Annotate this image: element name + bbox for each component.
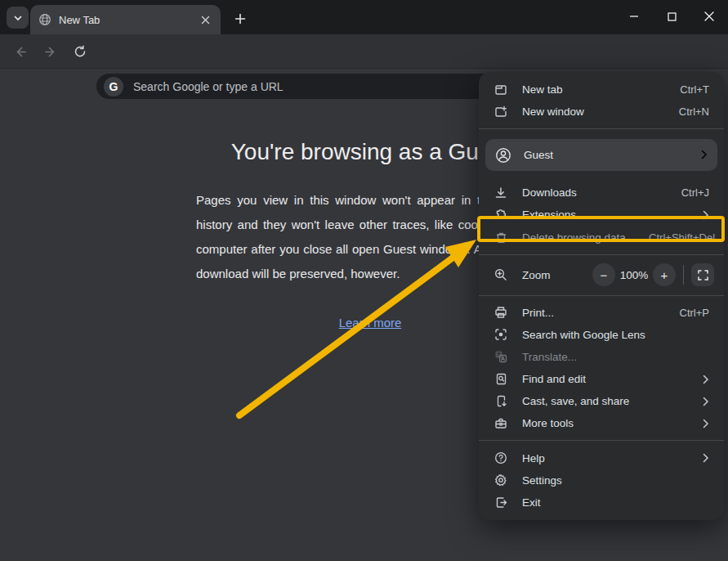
menu-spacer bbox=[479, 175, 724, 182]
chevron-right-icon bbox=[702, 453, 709, 463]
new-tab-icon bbox=[494, 83, 508, 97]
chevron-right-icon bbox=[700, 148, 708, 163]
close-icon bbox=[704, 11, 714, 21]
tab-search-button[interactable] bbox=[7, 7, 29, 29]
chevron-right-icon bbox=[702, 375, 709, 384]
printer-icon bbox=[494, 305, 508, 320]
extensions-puzzle-icon bbox=[494, 208, 508, 222]
find-in-page-icon bbox=[494, 372, 508, 387]
new-tab-button[interactable] bbox=[229, 7, 252, 30]
chevron-down-icon bbox=[13, 13, 23, 23]
browser-menu: New tab Ctrl+T New window Ctrl+N Guest D… bbox=[479, 72, 724, 520]
close-button[interactable] bbox=[690, 0, 728, 33]
menu-item-new-tab[interactable]: New tab Ctrl+T bbox=[479, 79, 724, 101]
google-g-icon: G bbox=[104, 77, 123, 96]
minimize-button[interactable] bbox=[615, 0, 653, 33]
tab-new-tab[interactable]: New Tab bbox=[30, 5, 221, 34]
menu-item-exit[interactable]: Exit bbox=[479, 491, 724, 514]
browser-window: New Tab bbox=[0, 0, 728, 561]
menu-item-help[interactable]: Help bbox=[479, 447, 724, 469]
gear-icon bbox=[494, 473, 508, 487]
reload-button[interactable] bbox=[69, 40, 92, 63]
new-window-icon bbox=[494, 105, 508, 119]
titlebar: New Tab bbox=[0, 0, 728, 34]
help-icon bbox=[494, 451, 508, 465]
plus-icon bbox=[234, 13, 246, 25]
menu-item-more-tools[interactable]: More tools bbox=[479, 412, 724, 434]
menu-item-downloads[interactable]: Downloads Ctrl+J bbox=[479, 182, 724, 204]
menu-item-settings[interactable]: Settings bbox=[479, 469, 724, 491]
exit-icon bbox=[494, 495, 508, 509]
back-icon bbox=[13, 45, 27, 59]
maximize-icon bbox=[668, 12, 677, 21]
menu-item-guest-profile[interactable]: Guest bbox=[485, 139, 717, 171]
chevron-right-icon bbox=[702, 419, 709, 429]
zoom-out-button[interactable]: − bbox=[592, 263, 615, 286]
toolbox-icon bbox=[494, 416, 508, 431]
chevron-right-icon bbox=[702, 397, 709, 406]
menu-divider bbox=[479, 440, 724, 441]
download-icon bbox=[494, 186, 508, 200]
menu-divider bbox=[479, 254, 724, 255]
menu-item-translate: Translate... bbox=[479, 346, 724, 368]
cast-save-share-icon bbox=[494, 394, 508, 409]
forward-button[interactable] bbox=[39, 40, 62, 63]
maximize-button[interactable] bbox=[653, 0, 690, 33]
zoom-in-button[interactable]: + bbox=[653, 263, 676, 286]
menu-item-cast-save-share[interactable]: Cast, save, and share bbox=[479, 390, 724, 412]
forward-icon bbox=[44, 45, 58, 59]
translate-icon bbox=[494, 349, 508, 364]
menu-divider bbox=[479, 295, 724, 296]
menu-item-delete-browsing-data[interactable]: Delete browsing data... Ctrl+Shift+Del bbox=[479, 226, 724, 248]
trash-icon bbox=[494, 230, 508, 245]
toolbar: G Guest bbox=[0, 34, 728, 69]
learn-more-link[interactable]: Learn more bbox=[339, 316, 402, 330]
tab-close-icon[interactable] bbox=[198, 12, 212, 27]
globe-icon bbox=[38, 13, 51, 26]
window-controls bbox=[615, 0, 728, 33]
minimize-icon bbox=[629, 11, 639, 21]
reload-icon bbox=[74, 45, 87, 58]
menu-item-search-with-google-lens[interactable]: Search with Google Lens bbox=[479, 324, 724, 346]
fullscreen-button[interactable] bbox=[691, 263, 714, 286]
menu-item-print[interactable]: Print... Ctrl+P bbox=[479, 302, 724, 324]
zoom-level: 100% bbox=[615, 269, 653, 281]
zoom-magnifier-icon bbox=[494, 267, 508, 282]
menu-item-extensions[interactable]: Extensions bbox=[479, 204, 724, 226]
chevron-right-icon bbox=[702, 210, 709, 220]
menu-item-new-window[interactable]: New window Ctrl+N bbox=[479, 101, 724, 123]
vertical-divider bbox=[683, 265, 684, 285]
menu-item-zoom: Zoom − 100% + bbox=[479, 261, 724, 289]
google-lens-icon bbox=[494, 327, 508, 342]
menu-divider bbox=[479, 128, 724, 129]
tab-title: New Tab bbox=[59, 14, 190, 26]
guest-avatar-icon bbox=[495, 147, 511, 164]
back-button[interactable] bbox=[8, 40, 31, 63]
fullscreen-icon bbox=[698, 270, 708, 280]
menu-item-find-and-edit[interactable]: Find and edit bbox=[479, 368, 724, 390]
